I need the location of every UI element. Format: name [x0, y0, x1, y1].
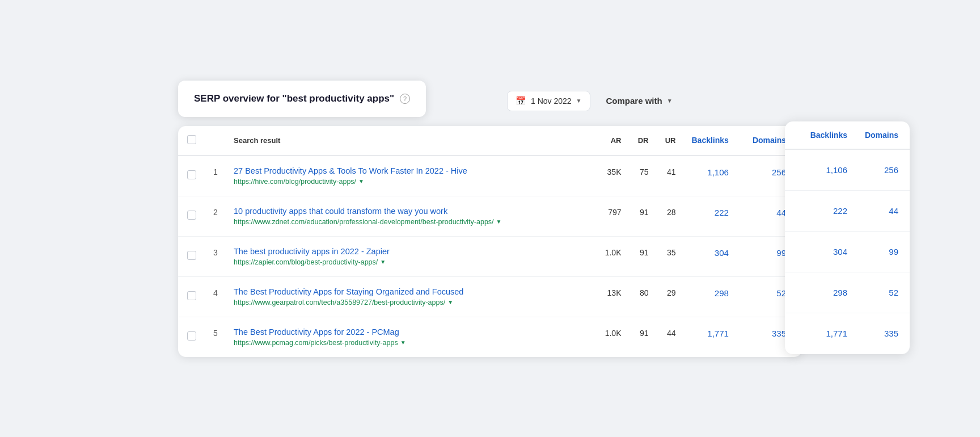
right-panel-backlinks-1[interactable]: 1,106: [796, 165, 847, 175]
ar-header: AR: [595, 126, 630, 156]
serp-overview-header: SERP overview for "best productivity app…: [178, 81, 426, 117]
row-checkbox-1[interactable]: [187, 170, 196, 179]
right-panel-domains-header: Domains: [847, 131, 898, 140]
ur-cell-3: 35: [657, 236, 684, 276]
page-title: SERP overview for "best productivity app…: [194, 93, 394, 104]
dr-cell-5: 91: [630, 317, 657, 357]
table-row: 4 The Best Productivity Apps for Staying…: [178, 276, 802, 317]
right-panel-domains-2[interactable]: 44: [847, 206, 898, 216]
row-checkbox-2[interactable]: [187, 211, 196, 220]
ar-cell-1: 35K: [595, 156, 630, 196]
ar-cell-5: 1.0K: [595, 317, 630, 357]
dr-cell-3: 91: [630, 236, 657, 276]
rank-cell-3: 3: [205, 236, 226, 276]
table-row: 3 The best productivity apps in 2022 - Z…: [178, 236, 802, 276]
row-checkbox-cell: [178, 236, 205, 276]
right-panel-row-4: 298 52: [785, 272, 910, 313]
row-checkbox-5[interactable]: [187, 331, 196, 341]
right-panel-backlinks-5[interactable]: 1,771: [796, 329, 847, 338]
table-row: 2 10 productivity apps that could transf…: [178, 196, 802, 236]
url-dropdown-icon-2[interactable]: ▼: [496, 218, 502, 225]
table-row: 5 The Best Productivity Apps for 2022 - …: [178, 317, 802, 357]
result-url-row-1: https://hive.com/blog/productivity-apps/…: [234, 178, 588, 186]
compare-with-button[interactable]: Compare with ▼: [604, 91, 675, 110]
right-panel-row-2: 222 44: [785, 191, 910, 232]
ur-cell-4: 29: [657, 276, 684, 317]
result-url-row-5: https://www.pcmag.com/picks/best-product…: [234, 339, 588, 347]
date-chevron-icon: ▼: [576, 98, 582, 104]
result-title-3[interactable]: The best productivity apps in 2022 - Zap…: [234, 247, 588, 256]
compare-label: Compare with: [606, 96, 662, 106]
result-title-4[interactable]: The Best Productivity Apps for Staying O…: [234, 287, 588, 296]
compare-chevron-icon: ▼: [667, 98, 673, 104]
result-title-1[interactable]: 27 Best Productivity Apps & Tools To Wor…: [234, 166, 588, 175]
right-panel-backlinks-3[interactable]: 304: [796, 247, 847, 257]
backlinks-cell-4[interactable]: 298: [684, 276, 745, 317]
result-cell-3: The best productivity apps in 2022 - Zap…: [226, 236, 595, 276]
result-cell-2: 10 productivity apps that could transfor…: [226, 196, 595, 236]
result-title-2[interactable]: 10 productivity apps that could transfor…: [234, 207, 588, 216]
calendar-icon: 📅: [516, 96, 526, 106]
right-panel-row-1: 1,106 256: [785, 150, 910, 191]
page-wrapper: SERP overview for "best productivity app…: [178, 81, 802, 357]
result-cell-4: The Best Productivity Apps for Staying O…: [226, 276, 595, 317]
url-dropdown-icon-1[interactable]: ▼: [358, 178, 364, 184]
right-panel-domains-3[interactable]: 99: [847, 247, 898, 257]
dr-cell-4: 80: [630, 276, 657, 317]
right-panel-header: Backlinks Domains: [785, 121, 910, 150]
row-checkbox-cell: [178, 196, 205, 236]
ur-cell-5: 44: [657, 317, 684, 357]
rank-cell-5: 5: [205, 317, 226, 357]
result-url-row-4: https://www.gearpatrol.com/tech/a3558972…: [234, 299, 588, 306]
dr-cell-1: 75: [630, 156, 657, 196]
row-checkbox-4[interactable]: [187, 291, 196, 300]
right-panel-rows: 1,106 256 222 44 304 99 298 52 1,771 335: [785, 150, 910, 354]
url-dropdown-icon-3[interactable]: ▼: [380, 259, 386, 265]
right-panel-backlinks-4[interactable]: 298: [796, 288, 847, 297]
date-label: 1 Nov 2022: [531, 96, 572, 106]
controls-bar: 📅 1 Nov 2022 ▼ Compare with ▼: [507, 91, 675, 111]
backlinks-cell-1[interactable]: 1,106: [684, 156, 745, 196]
result-url-row-3: https://zapier.com/blog/best-productivit…: [234, 258, 588, 266]
url-dropdown-icon-5[interactable]: ▼: [400, 339, 406, 346]
right-panel-backlinks-2[interactable]: 222: [796, 206, 847, 216]
result-url-row-2: https://www.zdnet.com/education/professi…: [234, 218, 588, 226]
backlinks-cell-5[interactable]: 1,771: [684, 317, 745, 357]
result-url-3[interactable]: https://zapier.com/blog/best-productivit…: [234, 258, 378, 266]
result-url-4[interactable]: https://www.gearpatrol.com/tech/a3558972…: [234, 299, 445, 306]
backlinks-cell-3[interactable]: 304: [684, 236, 745, 276]
row-checkbox-cell: [178, 276, 205, 317]
backlinks-header: Backlinks: [684, 126, 745, 156]
right-panel-backlinks-header: Backlinks: [796, 131, 847, 140]
rank-cell-1: 1: [205, 156, 226, 196]
backlinks-cell-2[interactable]: 222: [684, 196, 745, 236]
result-url-1[interactable]: https://hive.com/blog/productivity-apps/: [234, 178, 356, 186]
right-panel-row-3: 304 99: [785, 232, 910, 272]
row-checkbox-cell: [178, 317, 205, 357]
row-checkbox-3[interactable]: [187, 251, 196, 260]
right-panel-row-5: 1,771 335: [785, 313, 910, 354]
dr-header: DR: [630, 126, 657, 156]
ur-cell-1: 41: [657, 156, 684, 196]
dr-cell-2: 91: [630, 196, 657, 236]
table-wrapper: Search result AR DR UR Backlinks Domains…: [178, 126, 802, 357]
url-dropdown-icon-4[interactable]: ▼: [447, 299, 453, 305]
right-panel: Backlinks Domains 1,106 256 222 44 304 9…: [785, 121, 910, 354]
ur-header: UR: [657, 126, 684, 156]
help-icon[interactable]: ?: [400, 94, 410, 104]
right-panel-domains-4[interactable]: 52: [847, 288, 898, 297]
result-title-5[interactable]: The Best Productivity Apps for 2022 - PC…: [234, 327, 588, 337]
rank-cell-4: 4: [205, 276, 226, 317]
right-panel-domains-5[interactable]: 335: [847, 329, 898, 338]
row-checkbox-cell: [178, 156, 205, 196]
result-url-5[interactable]: https://www.pcmag.com/picks/best-product…: [234, 339, 398, 347]
select-all-checkbox[interactable]: [187, 135, 196, 144]
date-picker-button[interactable]: 📅 1 Nov 2022 ▼: [507, 91, 590, 111]
select-all-header: [178, 126, 205, 156]
main-table-card: Search result AR DR UR Backlinks Domains…: [178, 126, 802, 357]
ar-cell-4: 13K: [595, 276, 630, 317]
right-panel-domains-1[interactable]: 256: [847, 165, 898, 175]
result-url-2[interactable]: https://www.zdnet.com/education/professi…: [234, 218, 494, 226]
search-result-header: Search result: [226, 126, 595, 156]
ar-cell-3: 1.0K: [595, 236, 630, 276]
